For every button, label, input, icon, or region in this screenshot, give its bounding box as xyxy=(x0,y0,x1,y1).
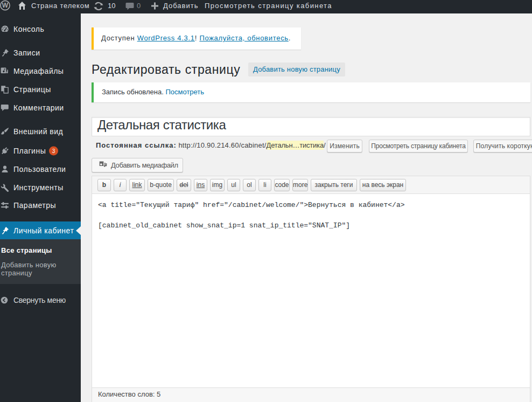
svg-text:W: W xyxy=(2,2,9,9)
